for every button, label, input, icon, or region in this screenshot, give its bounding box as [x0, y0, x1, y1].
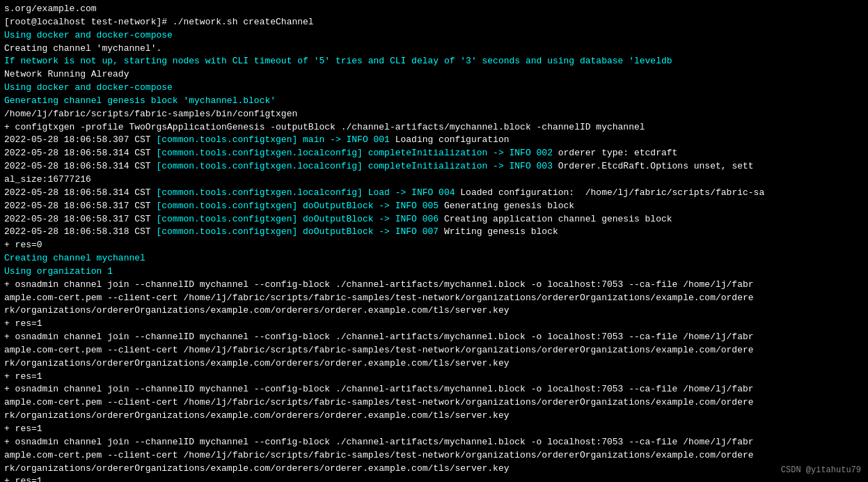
terminal-line: Using docker and docker-compose: [4, 81, 864, 95]
terminal-text: Creating channel 'mychannel'.: [4, 43, 161, 54]
terminal-text: Orderer.EtcdRaft.Options unset, sett: [553, 161, 754, 171]
terminal-line: al_size:16777216: [4, 173, 864, 187]
terminal-text: 2022-05-28 18:06:58.314 CST: [4, 161, 156, 171]
terminal-text: Generating genesis block: [439, 201, 574, 211]
terminal-line: ample.com-cert.pem --client-cert /home/l…: [4, 292, 864, 305]
terminal-text: 2022-05-28 18:06:58.314 CST: [4, 187, 156, 198]
terminal-text: rk/organizations/ordererOrganizations/ex…: [4, 358, 510, 368]
terminal-line: 2022-05-28 18:06:58.318 CST [common.tool…: [4, 226, 864, 239]
terminal-text: Writing genesis block: [439, 226, 558, 237]
terminal-text: ample.com-cert.pem --client-cert /home/l…: [4, 345, 754, 355]
terminal-text: + osnadmin channel join --channelID mych…: [4, 332, 754, 342]
terminal-text: Using organization 1: [4, 266, 113, 277]
terminal-line: [root@localhost test-network]# ./network…: [4, 16, 864, 29]
terminal-line: + osnadmin channel join --channelID mych…: [4, 331, 864, 344]
terminal-text: + osnadmin channel join --channelID mych…: [4, 279, 754, 290]
terminal-line: 2022-05-28 18:06:58.307 CST [common.tool…: [4, 134, 864, 147]
terminal-line: + osnadmin channel join --channelID mych…: [4, 279, 864, 292]
watermark: CSDN @yitahutu79: [781, 465, 861, 476]
terminal-text: + configtxgen -profile TwoOrgsApplicatio…: [4, 122, 645, 132]
terminal-text: [common.tools.configtxgen] doOutputBlock…: [156, 201, 439, 211]
terminal-text: ample.com-cert.pem --client-cert /home/l…: [4, 293, 754, 303]
terminal-text: [common.tools.configtxgen] main -> INFO …: [156, 134, 389, 145]
terminal-text: orderer type: etcdraft: [553, 148, 677, 158]
terminal-text: 2022-05-28 18:06:58.307 CST: [4, 134, 156, 145]
terminal-line: rk/organizations/ordererOrganizations/ex…: [4, 410, 864, 423]
terminal-line: s.org/example.com: [4, 3, 864, 16]
terminal-text: al_size:16777216: [4, 174, 91, 185]
terminal-line: Generating channel genesis block 'mychan…: [4, 95, 864, 108]
terminal-line: /home/lj/fabric/scripts/fabric-samples/b…: [4, 108, 864, 121]
terminal-text: Creating channel mychannel: [4, 253, 145, 263]
terminal-text: ample.com-cert.pem --client-cert /home/l…: [4, 450, 754, 460]
terminal-line: Creating channel mychannel: [4, 252, 864, 265]
terminal-text: 2022-05-28 18:06:58.314 CST: [4, 148, 156, 158]
terminal-line: + osnadmin channel join --channelID mych…: [4, 436, 864, 449]
terminal-text: Network Running Already: [4, 69, 129, 79]
terminal-text: + osnadmin channel join --channelID mych…: [4, 437, 754, 447]
terminal-text: 2022-05-28 18:06:58.318 CST: [4, 226, 156, 237]
terminal-text: Creating application channel genesis blo…: [439, 214, 672, 224]
terminal-text: If network is not up, starting nodes wit…: [4, 56, 672, 66]
terminal-line: 2022-05-28 18:06:58.314 CST [common.tool…: [4, 147, 864, 160]
terminal-text: + osnadmin channel join --channelID mych…: [4, 384, 754, 394]
terminal-text: [common.tools.configtxgen.localconfig] c…: [156, 148, 553, 158]
terminal-line: rk/organizations/ordererOrganizations/ex…: [4, 304, 864, 318]
terminal-line: 2022-05-28 18:06:58.314 CST [common.tool…: [4, 160, 864, 173]
terminal-text: + res=1: [4, 318, 42, 329]
terminal-text: Using docker and docker-compose: [4, 82, 173, 93]
terminal-line: rk/organizations/ordererOrganizations/ex…: [4, 462, 864, 476]
terminal-line: 2022-05-28 18:06:58.317 CST [common.tool…: [4, 213, 864, 226]
terminal-line: Using docker and docker-compose: [4, 29, 864, 42]
terminal-line: ample.com-cert.pem --client-cert /home/l…: [4, 396, 864, 410]
terminal-text: rk/organizations/ordererOrganizations/ex…: [4, 463, 510, 474]
terminal-line: Network Running Already: [4, 68, 864, 81]
terminal-text: + res=1: [4, 476, 42, 482]
terminal-line: + res=1: [4, 371, 864, 384]
terminal-line: ample.com-cert.pem --client-cert /home/l…: [4, 344, 864, 357]
terminal-text: [common.tools.configtxgen] doOutputBlock…: [156, 226, 439, 237]
terminal-text: s.org/example.com: [4, 3, 97, 14]
terminal-line: + res=1: [4, 318, 864, 331]
terminal-text: + res=1: [4, 423, 42, 434]
terminal-line: rk/organizations/ordererOrganizations/ex…: [4, 357, 864, 371]
terminal-text: /home/lj/fabric/scripts/fabric-samples/b…: [4, 109, 297, 119]
terminal-text: [common.tools.configtxgen.localconfig] L…: [156, 187, 455, 198]
terminal-text: Loaded configuration: /home/lj/fabric/sc…: [455, 187, 765, 198]
terminal-text: Generating channel genesis block 'mychan…: [4, 95, 276, 106]
terminal-text: Loading configuration: [390, 134, 510, 145]
terminal-line: + res=0: [4, 239, 864, 252]
terminal-line: + osnadmin channel join --channelID mych…: [4, 383, 864, 396]
terminal-text: [common.tools.configtxgen.localconfig] c…: [156, 161, 553, 171]
terminal-text: + res=0: [4, 240, 42, 250]
terminal-text: 2022-05-28 18:06:58.317 CST: [4, 214, 156, 224]
terminal-line: + res=1: [4, 423, 864, 436]
terminal-line: Creating channel 'mychannel'.: [4, 42, 864, 56]
terminal-text: [common.tools.configtxgen] doOutputBlock…: [156, 214, 439, 224]
terminal-text: rk/organizations/ordererOrganizations/ex…: [4, 305, 510, 316]
terminal-line: + res=1: [4, 475, 864, 482]
terminal-line: + configtxgen -profile TwoOrgsApplicatio…: [4, 121, 864, 134]
terminal-line: If network is not up, starting nodes wit…: [4, 55, 864, 68]
terminal-text: [root@localhost test-network]# ./network…: [4, 17, 314, 27]
terminal-line: 2022-05-28 18:06:58.314 CST [common.tool…: [4, 187, 864, 200]
terminal-text: rk/organizations/ordererOrganizations/ex…: [4, 410, 510, 421]
terminal-line: 2022-05-28 18:06:58.317 CST [common.tool…: [4, 200, 864, 213]
terminal-text: + res=1: [4, 371, 42, 382]
terminal-text: Using docker and docker-compose: [4, 30, 173, 40]
terminal-text: 2022-05-28 18:06:58.317 CST: [4, 201, 156, 211]
terminal-line: ample.com-cert.pem --client-cert /home/l…: [4, 449, 864, 462]
terminal-window: s.org/example.com[root@localhost test-ne…: [0, 0, 868, 482]
terminal-line: Using organization 1: [4, 265, 864, 279]
terminal-text: ample.com-cert.pem --client-cert /home/l…: [4, 397, 754, 407]
